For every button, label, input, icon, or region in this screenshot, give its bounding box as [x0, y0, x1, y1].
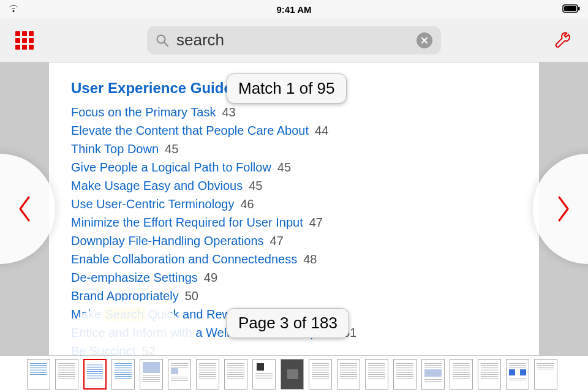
page-thumbnail[interactable] — [55, 359, 78, 390]
toc-link[interactable]: De-emphasize Settings — [71, 271, 198, 284]
toc-page-number: 43 — [222, 105, 235, 119]
wifi-icon — [7, 4, 20, 15]
grid-icon — [15, 31, 34, 50]
tools-button[interactable] — [551, 28, 576, 53]
search-icon — [156, 34, 169, 47]
toc-entry: Make Usage Easy and Obvious45 — [71, 176, 517, 195]
chevron-left-icon — [15, 194, 34, 224]
thumbnail-strip[interactable] — [0, 355, 588, 392]
toc-link[interactable]: Give People a Logical Path to Follow — [71, 160, 271, 174]
toc-page-number: 47 — [270, 234, 284, 247]
toc-entry: Enable Collaboration and Connectedness48 — [71, 250, 517, 268]
page-thumbnail[interactable] — [111, 359, 135, 390]
page-thumbnail[interactable] — [478, 359, 501, 390]
toc-page-number: 45 — [249, 179, 262, 192]
search-field[interactable] — [147, 26, 441, 55]
page-thumbnail[interactable] — [196, 359, 219, 390]
svg-line-4 — [164, 42, 168, 46]
page-thumbnail[interactable] — [281, 359, 304, 390]
page-thumbnail[interactable] — [27, 359, 50, 390]
toc-link[interactable]: Minimize the Effort Required for User In… — [71, 216, 303, 229]
toc-entry: Minimize the Effort Required for User In… — [71, 213, 517, 232]
toolbar — [0, 18, 588, 62]
toc-page-number: 45 — [165, 142, 178, 156]
status-time: 9:41 AM — [81, 4, 507, 15]
toc-entry: Think Top Down45 — [71, 140, 517, 158]
toc-link[interactable]: Downplay File-Handling Operations — [71, 234, 264, 247]
page-thumbnail[interactable] — [309, 359, 332, 390]
page-thumbnail[interactable] — [365, 359, 388, 390]
toc-link[interactable]: Use User-Centric Terminology — [71, 197, 234, 211]
toc-page-number: 49 — [204, 271, 217, 284]
next-page-button[interactable] — [533, 154, 588, 264]
toc-page-number: 46 — [240, 197, 254, 211]
clear-search-button[interactable] — [417, 32, 432, 48]
toc-page-number: 50 — [185, 289, 198, 303]
toc-entry: Give People a Logical Path to Follow45 — [71, 158, 517, 176]
toc-link[interactable]: Elevate the Content that People Care Abo… — [71, 124, 309, 137]
toc-link[interactable]: Enable Collaboration and Connectedness — [71, 252, 297, 266]
page-thumbnail[interactable] — [393, 359, 417, 390]
toc-entry: Downplay File-Handling Operations47 — [71, 232, 517, 250]
page-thumbnail[interactable] — [534, 359, 557, 390]
toc-link[interactable]: Make Usage Easy and Obvious — [71, 179, 243, 192]
wrench-icon — [554, 31, 573, 50]
toc-link[interactable]: Focus on the Primary Task — [71, 105, 216, 119]
page-thumbnail[interactable] — [506, 359, 529, 390]
toc-link[interactable]: Think Top Down — [71, 142, 159, 156]
toc-entry: De-emphasize Settings49 — [71, 268, 517, 287]
prev-page-button[interactable] — [0, 154, 55, 264]
toc-page-number: 45 — [277, 160, 291, 174]
page-thumbnail[interactable] — [252, 359, 276, 390]
toc-entry: Elevate the Content that People Care Abo… — [71, 121, 517, 140]
match-count-badge: Match 1 of 95 — [227, 74, 347, 104]
toc-entry: Use User-Centric Terminology46 — [71, 195, 517, 213]
page-thumbnail[interactable] — [421, 359, 445, 390]
page-thumbnail[interactable] — [140, 359, 163, 390]
search-input[interactable] — [176, 31, 409, 50]
toc-entry: Focus on the Primary Task43 — [71, 103, 517, 121]
grid-button[interactable] — [12, 28, 37, 53]
page-thumbnail[interactable] — [168, 359, 191, 390]
toc-page-number: 48 — [303, 252, 317, 266]
toc-page-number: 47 — [309, 216, 323, 229]
page-thumbnail[interactable] — [83, 359, 107, 390]
page-thumbnail[interactable] — [224, 359, 247, 390]
svg-rect-2 — [578, 7, 580, 10]
page-thumbnail[interactable] — [450, 359, 473, 390]
status-bar: 9:41 AM — [0, 0, 588, 18]
chevron-right-icon — [554, 194, 573, 224]
battery-icon — [562, 4, 581, 15]
page-thumbnail[interactable] — [337, 359, 360, 390]
close-icon — [420, 36, 429, 45]
toc-page-number: 44 — [315, 124, 328, 137]
page-count-badge: Page 3 of 183 — [227, 308, 349, 338]
svg-rect-1 — [564, 6, 576, 11]
